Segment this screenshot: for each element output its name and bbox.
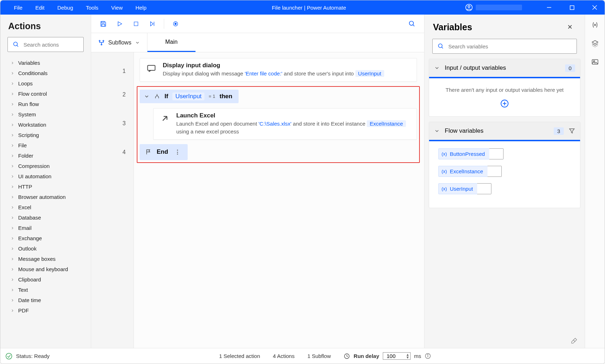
step-if-condition[interactable]: If UserInput = 1 then bbox=[140, 90, 239, 103]
action-category[interactable]: Text bbox=[3, 285, 91, 295]
action-category[interactable]: Database bbox=[3, 212, 91, 223]
flow-variables-title: Flow variables bbox=[445, 127, 549, 134]
category-label: Exchange bbox=[18, 235, 42, 241]
designer-search-button[interactable] bbox=[405, 17, 419, 31]
chevron-right-icon bbox=[10, 236, 15, 241]
user-name[interactable] bbox=[476, 5, 522, 10]
variables-search[interactable] bbox=[432, 39, 577, 54]
action-category[interactable]: Email bbox=[3, 223, 91, 233]
step-display-input-dialog[interactable]: Display input dialog Display input dialo… bbox=[140, 58, 417, 82]
chevron-right-icon bbox=[10, 92, 15, 96]
step-button[interactable] bbox=[145, 17, 160, 31]
flow-variable-row[interactable]: (x)UserInput bbox=[438, 183, 571, 194]
svg-marker-10 bbox=[118, 22, 122, 26]
action-category[interactable]: Mouse and keyboard bbox=[3, 264, 91, 274]
action-category[interactable]: Folder bbox=[3, 151, 91, 161]
action-category[interactable]: System bbox=[3, 109, 91, 120]
flow-canvas[interactable]: 1 2 3 4 Display input dialog Display inp… bbox=[91, 52, 424, 348]
run-delay-value[interactable] bbox=[387, 353, 402, 359]
chevron-down-icon[interactable] bbox=[434, 65, 440, 71]
category-label: HTTP bbox=[18, 184, 32, 190]
action-category[interactable]: Loops bbox=[3, 78, 91, 89]
flow-variable-row[interactable]: (x)ButtonPressed bbox=[438, 148, 571, 159]
run-delay-input[interactable]: ▲▼ bbox=[383, 352, 411, 360]
category-label: Outlook bbox=[18, 246, 37, 252]
tab-main[interactable]: Main bbox=[147, 33, 195, 52]
subflow-tabs: Subflows Main bbox=[91, 33, 424, 52]
action-category[interactable]: Exchange bbox=[3, 233, 91, 243]
action-category[interactable]: Flow control bbox=[3, 89, 91, 99]
action-category[interactable]: Message boxes bbox=[3, 254, 91, 264]
close-button[interactable] bbox=[585, 0, 605, 15]
dialog-icon bbox=[146, 63, 156, 73]
variables-rail-button[interactable] bbox=[591, 21, 599, 29]
more-menu-button[interactable]: ⋮ bbox=[173, 147, 182, 157]
info-icon[interactable] bbox=[425, 353, 431, 359]
menu-help[interactable]: Help bbox=[129, 2, 153, 14]
variable-value-slot[interactable] bbox=[489, 148, 504, 159]
step-end[interactable]: End ⋮ bbox=[140, 144, 188, 160]
ui-elements-rail-button[interactable] bbox=[591, 39, 599, 47]
variable-value-slot[interactable] bbox=[477, 183, 491, 194]
step-description: Launch Excel and open document 'C:\Sales… bbox=[176, 120, 410, 136]
category-label: Run flow bbox=[18, 101, 39, 107]
action-category[interactable]: Conditionals bbox=[3, 68, 91, 78]
actions-search-input[interactable] bbox=[24, 42, 91, 48]
add-io-variable-button[interactable] bbox=[436, 99, 573, 108]
variables-search-input[interactable] bbox=[448, 43, 572, 49]
maximize-button[interactable] bbox=[562, 0, 582, 15]
svg-rect-21 bbox=[148, 65, 155, 70]
menu-file[interactable]: File bbox=[7, 2, 29, 14]
variable-value-slot[interactable] bbox=[487, 166, 502, 177]
flow-variable-row[interactable]: (x)ExcelInstance bbox=[438, 166, 571, 177]
chevron-right-icon bbox=[10, 71, 15, 75]
menu-debug[interactable]: Debug bbox=[51, 2, 79, 14]
menu-view[interactable]: View bbox=[105, 2, 129, 14]
record-button[interactable] bbox=[168, 17, 183, 31]
chevron-down-icon[interactable] bbox=[144, 94, 150, 99]
action-category[interactable]: File bbox=[3, 140, 91, 151]
action-category[interactable]: Run flow bbox=[3, 99, 91, 109]
io-variables-title: Input / output variables bbox=[445, 64, 560, 72]
step-launch-excel[interactable]: Launch Excel Launch Excel and open docum… bbox=[153, 108, 417, 140]
chevron-right-icon bbox=[10, 195, 15, 199]
run-delay-spinner[interactable]: ▲▼ bbox=[406, 353, 410, 359]
filter-icon[interactable] bbox=[569, 128, 575, 134]
actions-search[interactable] bbox=[7, 37, 84, 52]
menubar: File Edit Debug Tools View Help bbox=[0, 2, 153, 14]
save-button[interactable] bbox=[96, 17, 110, 31]
action-category[interactable]: Clipboard bbox=[3, 274, 91, 285]
subflows-icon bbox=[98, 39, 105, 46]
actions-category-list[interactable]: VariablesConditionalsLoopsFlow controlRu… bbox=[0, 56, 91, 348]
variable-chip[interactable]: (x)ButtonPressed bbox=[438, 148, 490, 159]
io-variables-empty-text: There aren't any input or output variabl… bbox=[436, 87, 573, 93]
menu-edit[interactable]: Edit bbox=[29, 2, 51, 14]
action-category[interactable]: Excel bbox=[3, 202, 91, 212]
minimize-button[interactable] bbox=[539, 0, 559, 15]
action-category[interactable]: Scripting bbox=[3, 130, 91, 140]
category-label: PDF bbox=[18, 307, 29, 313]
selected-count: 1 Selected action bbox=[219, 353, 260, 359]
category-label: Clipboard bbox=[18, 276, 41, 283]
chevron-down-icon[interactable] bbox=[434, 128, 440, 134]
action-category[interactable]: UI automation bbox=[3, 171, 91, 181]
action-category[interactable]: Outlook bbox=[3, 243, 91, 254]
stop-button[interactable] bbox=[129, 17, 143, 31]
action-category[interactable]: Compression bbox=[3, 161, 91, 171]
action-category[interactable]: Date time bbox=[3, 295, 91, 305]
clear-button[interactable] bbox=[570, 337, 578, 344]
subflows-dropdown[interactable]: Subflows bbox=[91, 33, 147, 52]
chevron-right-icon bbox=[10, 133, 15, 137]
svg-point-22 bbox=[438, 44, 442, 48]
menu-tools[interactable]: Tools bbox=[79, 2, 105, 14]
variable-chip[interactable]: (x)ExcelInstance bbox=[438, 166, 488, 177]
action-category[interactable]: HTTP bbox=[3, 181, 91, 192]
images-rail-button[interactable] bbox=[591, 58, 599, 66]
action-category[interactable]: PDF bbox=[3, 305, 91, 316]
action-category[interactable]: Variables bbox=[3, 58, 91, 68]
action-category[interactable]: Browser automation bbox=[3, 192, 91, 202]
action-category[interactable]: Workstation bbox=[3, 120, 91, 130]
run-button[interactable] bbox=[113, 17, 127, 31]
variable-chip[interactable]: (x)UserInput bbox=[438, 183, 478, 194]
close-panel-button[interactable]: ✕ bbox=[564, 21, 576, 33]
